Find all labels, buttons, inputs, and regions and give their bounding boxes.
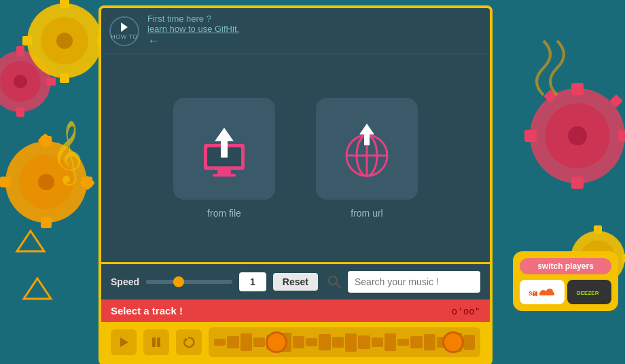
deezer-icon: DEEZER — [574, 285, 604, 299]
svg-rect-27 — [524, 130, 537, 142]
svg-marker-40 — [17, 231, 44, 251]
waveform-bar — [227, 336, 238, 348]
waveform-bar — [410, 336, 422, 348]
soundcloud-logo[interactable]: sc — [520, 280, 565, 304]
speed-slider-thumb[interactable] — [173, 276, 184, 287]
svg-rect-3 — [0, 177, 11, 187]
svg-marker-51 — [359, 124, 374, 145]
waveform-bar — [372, 338, 383, 347]
svg-point-9 — [0, 51, 51, 112]
svg-point-0 — [5, 141, 87, 223]
switch-players-button[interactable]: switch players — [520, 258, 611, 274]
waveform-bar — [424, 334, 435, 350]
svg-rect-44 — [217, 170, 231, 174]
speed-value[interactable]: 1 — [239, 272, 266, 291]
replay-button[interactable] — [176, 329, 202, 355]
waveform-bar — [385, 333, 396, 350]
track-time: o'oo" — [452, 306, 480, 316]
track-bar: Select a track ! o'oo" — [101, 299, 490, 322]
svg-point-10 — [0, 61, 41, 102]
howto-label: HOW TO — [111, 33, 138, 40]
waveform-bar — [240, 333, 252, 350]
svg-point-18 — [56, 33, 73, 49]
howto-link[interactable]: learn how to use GifHit. — [147, 24, 239, 34]
search-container — [325, 271, 480, 293]
speed-slider[interactable] — [146, 280, 232, 284]
svg-rect-30 — [571, 177, 584, 189]
content-area: from file from url — [101, 54, 490, 262]
waveform-bar — [253, 338, 265, 347]
from-url-box[interactable] — [316, 98, 418, 200]
svg-rect-22 — [60, 73, 69, 83]
svg-rect-37 — [622, 254, 625, 262]
play-icon — [121, 22, 128, 32]
waveform-bar — [332, 337, 344, 348]
svg-text:sc: sc — [529, 289, 537, 297]
switch-players-widget: switch players sc DEEZER — [513, 251, 618, 311]
track-select-label: Select a track ! — [111, 305, 183, 316]
svg-rect-45 — [213, 174, 236, 177]
upload-from-file[interactable]: from file — [173, 98, 275, 219]
svg-point-25 — [545, 103, 610, 168]
deezer-logo[interactable]: DEEZER — [567, 280, 612, 304]
speed-bar: Speed 1 Reset — [101, 264, 490, 299]
reset-button[interactable]: Reset — [273, 273, 318, 291]
howto-first-line: First time here ? — [147, 14, 239, 24]
waveform-bar — [397, 339, 409, 346]
svg-point-2 — [38, 174, 54, 190]
waveform-bar — [463, 335, 475, 350]
svg-point-1 — [19, 155, 73, 209]
svg-rect-7 — [37, 133, 53, 149]
svg-rect-38 — [594, 225, 602, 234]
waveform-bar — [345, 333, 357, 352]
svg-rect-5 — [41, 136, 52, 147]
from-file-icon — [194, 118, 255, 179]
waveform-bar — [293, 336, 304, 348]
svg-rect-13 — [46, 77, 56, 86]
back-arrow[interactable]: ← — [147, 34, 239, 48]
svg-rect-15 — [16, 107, 24, 117]
replay-icon — [183, 336, 195, 348]
svg-text:DEEZER: DEEZER — [577, 290, 599, 296]
pause-icon — [151, 337, 162, 348]
from-file-label: from file — [207, 208, 241, 219]
svg-marker-41 — [24, 278, 51, 299]
svg-point-24 — [530, 88, 625, 183]
howto-text: First time here ? learn how to use GifHi… — [147, 14, 239, 48]
player-logos: sc DEEZER — [520, 280, 611, 304]
svg-point-16 — [27, 3, 102, 78]
waveform-playhead-right[interactable] — [442, 331, 464, 353]
svg-rect-14 — [16, 46, 24, 56]
upload-from-url[interactable]: from url — [316, 98, 418, 219]
svg-rect-21 — [60, 0, 69, 8]
search-input[interactable] — [348, 271, 480, 293]
svg-rect-59 — [533, 293, 535, 296]
from-file-box[interactable] — [173, 98, 275, 200]
svg-rect-60 — [535, 291, 537, 296]
svg-rect-31 — [543, 90, 557, 103]
svg-marker-57 — [185, 338, 188, 342]
waveform[interactable] — [209, 327, 480, 357]
svg-point-11 — [14, 75, 27, 88]
waveform-bars — [209, 327, 480, 357]
waveform-bar — [319, 334, 330, 350]
svg-point-17 — [41, 17, 88, 65]
pause-button[interactable] — [143, 329, 169, 355]
svg-line-53 — [336, 284, 340, 288]
speed-label: Speed — [111, 276, 139, 287]
bottom-controls: Speed 1 Reset Select a track ! — [101, 262, 490, 363]
howto-bar: HOW TO First time here ? learn how to us… — [101, 8, 490, 54]
play-icon — [118, 337, 129, 348]
svg-rect-32 — [609, 94, 623, 108]
svg-text:𝄞: 𝄞 — [51, 121, 83, 186]
waveform-bar — [358, 335, 370, 349]
svg-marker-54 — [120, 338, 128, 347]
player-bar — [101, 322, 490, 363]
svg-rect-28 — [618, 130, 625, 142]
play-button[interactable] — [111, 329, 137, 355]
waveform-bar — [214, 339, 226, 346]
from-url-icon — [336, 118, 397, 179]
soundcloud-icon: sc — [527, 285, 557, 299]
waveform-playhead-left[interactable] — [266, 331, 287, 353]
howto-button[interactable]: HOW TO — [109, 16, 139, 46]
